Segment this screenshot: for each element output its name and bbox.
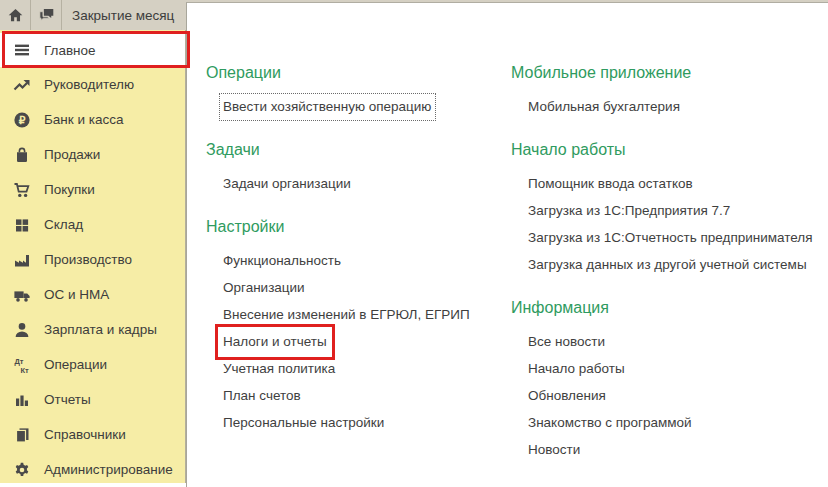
menu-link-label: Внесение изменений в ЕГРЮЛ, ЕГРИП	[223, 305, 470, 325]
sidebar-item-os-i-nma[interactable]: ОС и НМА	[0, 277, 185, 312]
truck-icon	[12, 286, 32, 304]
gear-icon	[12, 461, 32, 479]
sections-sidebar: ГлавноеРуководителю₽Банк и кассаПродажиП…	[0, 30, 186, 483]
menu-link[interactable]: Учетная политика	[206, 355, 511, 382]
functions-menu-columns: ОперацииВвести хозяйственную операциюЗад…	[206, 63, 828, 483]
discussions-icon	[36, 6, 56, 24]
cart-icon	[12, 181, 32, 199]
trend-icon	[12, 76, 32, 94]
person-icon	[12, 321, 32, 339]
menu-link[interactable]: Задачи организации	[206, 170, 511, 197]
menu-link[interactable]: Внесение изменений в ЕГРЮЛ, ЕГРИП	[206, 301, 511, 328]
menu-link-label: Налоги и отчеты	[223, 332, 327, 352]
menu-section: ЗадачиЗадачи организации	[206, 140, 511, 197]
sidebar-item-label: Отчеты	[44, 392, 91, 407]
menu-column-2: Мобильное приложениеМобильная бухгалтери…	[511, 63, 828, 483]
sidebar-item-bank-i-kassa[interactable]: ₽Банк и касса	[0, 102, 185, 137]
svg-text:₽: ₽	[19, 114, 26, 126]
svg-text:Кт: Кт	[21, 365, 30, 374]
sidebar-item-operacii[interactable]: ДтКтОперации	[0, 347, 185, 382]
menu-link[interactable]: Начало работы	[511, 355, 828, 382]
menu-link-label: Новости	[528, 440, 580, 460]
ruble-icon: ₽	[12, 111, 32, 129]
sidebar-item-label: Администрирование	[44, 462, 173, 477]
sidebar-item-label: Главное	[44, 43, 96, 58]
sidebar-item-rukovoditelyu[interactable]: Руководителю	[0, 67, 185, 102]
menu-link-label: Помощник ввода остатков	[528, 174, 693, 194]
menu-link[interactable]: Ввести хозяйственную операцию	[206, 93, 511, 120]
sidebar-item-zarplata-i-kadry[interactable]: Зарплата и кадры	[0, 312, 185, 347]
sidebar-item-administrirovanie[interactable]: Администрирование	[0, 452, 185, 487]
menu-link-label: Организации	[223, 278, 305, 298]
sidebar-item-spravochniki[interactable]: Справочники	[0, 417, 185, 452]
sidebar-item-glavnoe[interactable]: Главное	[0, 33, 185, 67]
home-button[interactable]	[0, 0, 31, 30]
menu-link-label: Начало работы	[528, 359, 625, 379]
section-title: Начало работы	[511, 140, 828, 160]
sidebar-item-prodazhi[interactable]: Продажи	[0, 137, 185, 172]
menu-link[interactable]: Новости	[511, 436, 828, 463]
home-icon	[5, 6, 25, 24]
menu-link[interactable]: Помощник ввода остатков	[511, 170, 828, 197]
menu-link-label: Загрузка из 1С:Отчетность предпринимател…	[528, 228, 813, 248]
menu-link-label: Учетная политика	[223, 359, 335, 379]
menu-column-1: ОперацииВвести хозяйственную операциюЗад…	[206, 63, 511, 483]
menu-section: Мобильное приложениеМобильная бухгалтери…	[511, 63, 828, 120]
menu-link-label: Все новости	[528, 332, 605, 352]
section-title: Информация	[511, 298, 828, 318]
books-icon	[12, 426, 32, 444]
section-title: Настройки	[206, 217, 511, 237]
menu-section: ОперацииВвести хозяйственную операцию	[206, 63, 511, 120]
menu-link[interactable]: Функциональность	[206, 247, 511, 274]
open-tab-zakrytie-mesyaca[interactable]: Закрытие месяц	[62, 0, 184, 30]
menu-link[interactable]: Персональные настройки	[206, 409, 511, 436]
menu-link-label: Обновления	[528, 386, 606, 406]
menu-link[interactable]: Знакомство с программой	[511, 409, 828, 436]
menu-section: Начало работыПомощник ввода остатковЗагр…	[511, 140, 828, 278]
menu-link[interactable]: Загрузка из 1С:Отчетность предпринимател…	[511, 224, 828, 251]
menu-link-label: Загрузка из 1С:Предприятия 7.7	[528, 201, 730, 221]
functions-menu-panel: ОперацииВвести хозяйственную операциюЗад…	[186, 2, 828, 487]
dtkt-icon: ДтКт	[12, 356, 32, 374]
discussions-button[interactable]	[31, 0, 62, 30]
sidebar-item-label: ОС и НМА	[44, 287, 109, 302]
menu-link[interactable]: Все новости	[511, 328, 828, 355]
sidebar-item-pokupki[interactable]: Покупки	[0, 172, 185, 207]
menu-link-label: План счетов	[223, 386, 301, 406]
sidebar-item-label: Продажи	[44, 147, 100, 162]
sidebar-item-otchety[interactable]: Отчеты	[0, 382, 185, 417]
section-title: Задачи	[206, 140, 511, 160]
sidebar-item-label: Операции	[44, 357, 107, 372]
menu-icon	[12, 41, 32, 59]
sidebar-item-label: Банк и касса	[44, 112, 124, 127]
menu-link-label: Мобильная бухгалтерия	[528, 97, 680, 117]
menu-link-label: Функциональность	[223, 251, 341, 271]
menu-link-label: Знакомство с программой	[528, 413, 692, 433]
menu-link[interactable]: План счетов	[206, 382, 511, 409]
tab-title: Закрытие месяц	[72, 8, 174, 23]
menu-link-label: Ввести хозяйственную операцию	[223, 97, 432, 117]
section-title: Операции	[206, 63, 511, 83]
section-title: Мобильное приложение	[511, 63, 828, 83]
sidebar-item-sklad[interactable]: Склад	[0, 207, 185, 242]
menu-link[interactable]: Обновления	[511, 382, 828, 409]
menu-link[interactable]: Мобильная бухгалтерия	[511, 93, 828, 120]
sidebar-item-label: Справочники	[44, 427, 126, 442]
menu-section: ИнформацияВсе новостиНачало работыОбновл…	[511, 298, 828, 463]
sidebar-item-label: Покупки	[44, 182, 95, 197]
menu-link[interactable]: Загрузка из 1С:Предприятия 7.7	[511, 197, 828, 224]
menu-link[interactable]: Загрузка данных из другой учетной систем…	[511, 251, 828, 278]
menu-link-label: Загрузка данных из другой учетной систем…	[528, 255, 807, 275]
menu-link-label: Задачи организации	[223, 174, 351, 194]
menu-link[interactable]: Организации	[206, 274, 511, 301]
sidebar-item-label: Склад	[44, 217, 83, 232]
factory-icon	[12, 251, 32, 269]
sidebar-item-label: Производство	[44, 252, 132, 267]
chart-icon	[12, 391, 32, 409]
menu-link[interactable]: Налоги и отчеты	[206, 328, 511, 355]
sidebar-item-proizvodstvo[interactable]: Производство	[0, 242, 185, 277]
sidebar-item-label: Зарплата и кадры	[44, 322, 157, 337]
app-window: Закрытие месяц ГлавноеРуководителю₽Банк …	[0, 0, 828, 487]
menu-section: НастройкиФункциональностьОрганизацииВнес…	[206, 217, 511, 436]
boxes-icon	[12, 216, 32, 234]
